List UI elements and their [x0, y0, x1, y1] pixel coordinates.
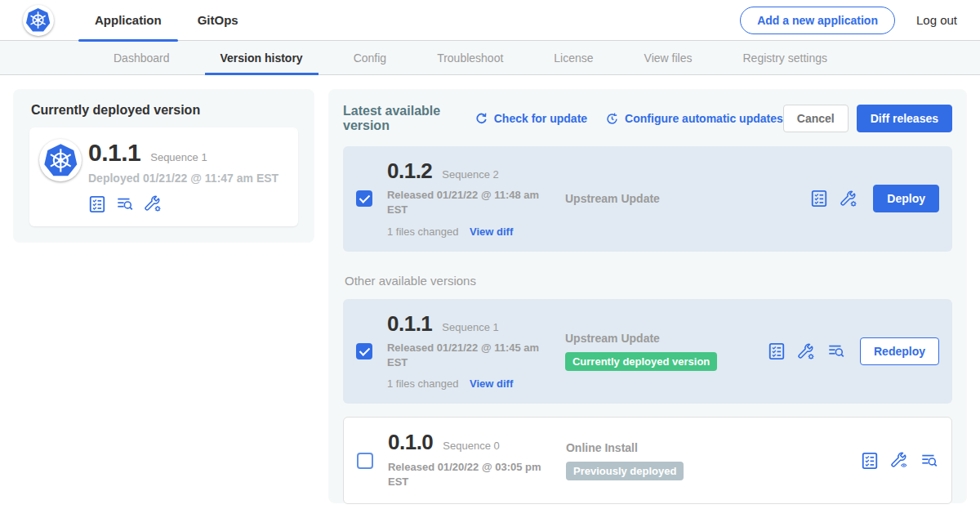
subnav-tab-license[interactable]: License: [528, 41, 618, 74]
check-for-update-label: Check for update: [494, 112, 587, 125]
version-checkbox-0-1-2[interactable]: [356, 190, 372, 207]
app-subnav: Dashboard Version history Config Trouble…: [0, 41, 980, 75]
check-for-update-link[interactable]: Check for update: [474, 112, 587, 126]
source-label: Upstream Update: [565, 332, 768, 345]
redeploy-button[interactable]: Redeploy: [860, 337, 939, 365]
tab-application-label: Application: [95, 13, 162, 27]
subnav-tab-registry-settings-label: Registry settings: [742, 51, 826, 65]
preflight-checklist-icon[interactable]: [861, 452, 879, 470]
subnav-tab-version-history[interactable]: Version history: [195, 41, 328, 74]
deployed-sequence-label: Sequence 1: [150, 151, 207, 163]
main-content: Currently deployed version 0.1.1 Sequenc…: [0, 75, 980, 503]
version-number: 0.1.2: [387, 160, 432, 182]
source-label: Upstream Update: [565, 192, 768, 205]
version-source: Upstream Update Currently deployed versi…: [565, 332, 768, 371]
top-nav-right: Add a new application Log out: [740, 7, 957, 34]
subnav-tab-config[interactable]: Config: [328, 41, 412, 74]
preflight-checklist-icon[interactable]: [768, 342, 786, 360]
version-row-0-1-0: 0.1.0 Sequence 0 Released 01/20/22 @ 03:…: [343, 417, 952, 504]
clock-arrows-icon: [605, 112, 619, 126]
sequence-label: Sequence 0: [443, 440, 499, 452]
top-navbar: Application GitOps Add a new application…: [0, 0, 980, 41]
subnav-tab-view-files[interactable]: View files: [619, 41, 718, 74]
tab-gitops[interactable]: GitOps: [180, 0, 256, 41]
version-checkbox-0-1-1[interactable]: [356, 343, 372, 359]
configure-automatic-updates-label: Configure automatic updates: [625, 112, 783, 125]
tab-gitops-label: GitOps: [198, 13, 238, 27]
subnav-tab-troubleshoot-label: Troubleshoot: [437, 51, 503, 65]
subnav-tab-view-files-label: View files: [644, 51, 693, 65]
source-label: Online Install: [566, 441, 768, 454]
version-history-panel: Latest available version Check for updat…: [328, 89, 967, 503]
files-changed-count: 1 files changed: [387, 377, 458, 390]
preflight-checklist-icon[interactable]: [810, 190, 828, 208]
files-changed-line: 1 files changed View diff: [387, 377, 547, 390]
released-timestamp: Released 01/21/22 @ 11:45 am EST: [387, 341, 547, 370]
currently-deployed-title: Currently deployed version: [31, 103, 298, 118]
add-new-application-button[interactable]: Add a new application: [740, 7, 895, 34]
sequence-label: Sequence 1: [442, 321, 498, 333]
deploy-button[interactable]: Deploy: [873, 185, 939, 212]
deploy-logs-icon[interactable]: [116, 195, 134, 213]
wrench-gear-icon[interactable]: [840, 190, 858, 208]
version-row-0-1-1: 0.1.1 Sequence 1 Released 01/21/22 @ 11:…: [343, 299, 952, 404]
subnav-tab-license-label: License: [554, 51, 593, 65]
subnav-tab-registry-settings[interactable]: Registry settings: [717, 41, 852, 74]
wrench-eye-icon[interactable]: [890, 451, 909, 470]
kubernetes-logo: [23, 5, 54, 36]
version-actions: Redeploy: [768, 337, 939, 365]
subnav-tab-dashboard-label: Dashboard: [114, 51, 170, 65]
version-info: 0.1.0 Sequence 0 Released 01/20/22 @ 03:…: [388, 431, 548, 489]
subnav-tab-troubleshoot[interactable]: Troubleshoot: [412, 41, 528, 74]
version-row-0-1-2: 0.1.2 Sequence 2 Released 01/21/22 @ 11:…: [343, 146, 952, 252]
subnav-tab-dashboard[interactable]: Dashboard: [88, 41, 195, 74]
version-number: 0.1.1: [387, 313, 432, 335]
files-changed-count: 1 files changed: [387, 226, 458, 238]
version-source: Online Install Previously deployed: [566, 441, 768, 480]
version-info: 0.1.2 Sequence 2 Released 01/21/22 @ 11:…: [387, 160, 547, 238]
logout-link[interactable]: Log out: [916, 13, 957, 27]
version-source: Upstream Update: [565, 192, 768, 205]
deployed-version-actions: [88, 194, 278, 213]
app-kubernetes-icon: [39, 139, 82, 181]
other-versions-heading: Other available versions: [345, 274, 952, 288]
view-diff-link[interactable]: View diff: [470, 377, 513, 390]
currently-deployed-panel: Currently deployed version 0.1.1 Sequenc…: [13, 89, 314, 243]
wrench-gear-icon[interactable]: [797, 342, 816, 361]
version-number: 0.1.0: [388, 431, 433, 453]
version-actions: Deploy: [810, 185, 939, 212]
deployed-version-card: 0.1.1 Sequence 1 Deployed 01/21/22 @ 11:…: [29, 127, 298, 226]
top-nav-tabs: Application GitOps: [77, 0, 256, 41]
latest-version-title: Latest available version: [343, 104, 457, 133]
latest-version-header: Latest available version Check for updat…: [343, 104, 952, 133]
deploy-logs-icon[interactable]: [920, 452, 938, 470]
released-timestamp: Released 01/21/22 @ 11:48 am EST: [387, 188, 547, 217]
version-info: 0.1.1 Sequence 1 Released 01/21/22 @ 11:…: [387, 313, 547, 391]
files-changed-line: 1 files changed View diff: [387, 226, 547, 238]
previously-deployed-badge: Previously deployed: [566, 462, 684, 480]
tab-application[interactable]: Application: [77, 0, 180, 41]
deployed-version-number: 0.1.1: [88, 139, 140, 166]
diff-releases-button[interactable]: Diff releases: [857, 105, 952, 132]
deploy-logs-icon[interactable]: [827, 342, 845, 360]
version-checkbox-0-1-0[interactable]: [357, 453, 373, 469]
currently-deployed-badge: Currently deployed version: [565, 352, 717, 371]
wrench-gear-icon[interactable]: [144, 194, 163, 213]
deployed-version-body: 0.1.1 Sequence 1 Deployed 01/21/22 @ 11:…: [88, 139, 278, 213]
sequence-label: Sequence 2: [442, 168, 498, 181]
preflight-checklist-icon[interactable]: [88, 195, 106, 213]
refresh-icon: [474, 112, 488, 126]
version-actions: [861, 451, 938, 470]
subnav-tab-config-label: Config: [354, 51, 386, 65]
deployed-timestamp: Deployed 01/21/22 @ 11:47 am EST: [88, 172, 278, 185]
cancel-button[interactable]: Cancel: [783, 105, 849, 132]
view-diff-link[interactable]: View diff: [470, 226, 513, 238]
subnav-tab-version-history-label: Version history: [220, 51, 303, 65]
configure-automatic-updates-link[interactable]: Configure automatic updates: [605, 112, 783, 126]
released-timestamp: Released 01/20/22 @ 03:05 pm EST: [388, 460, 548, 489]
